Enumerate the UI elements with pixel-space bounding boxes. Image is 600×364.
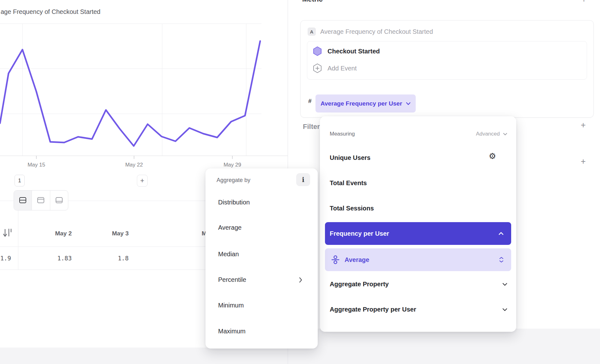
advanced-toggle[interactable]: Advanced bbox=[476, 131, 507, 137]
add-event-hexagon-icon bbox=[313, 63, 322, 73]
table-cell: 1.9 bbox=[0, 255, 11, 262]
numeric-metric-symbol: # bbox=[308, 98, 312, 105]
menu-item-total-events[interactable]: Total Events bbox=[330, 179, 367, 187]
menu-item-frequency-per-user-selected[interactable]: Frequency per User bbox=[325, 222, 511, 245]
menu-item-aggregate-property[interactable]: Aggregate Property bbox=[330, 281, 389, 288]
table-only-view-icon bbox=[55, 196, 63, 204]
insights-report-page: age Frequency of Checkout Started May 15… bbox=[0, 0, 600, 364]
aggregate-menu-header: Aggregate by bbox=[217, 177, 250, 184]
menu-item-maximum[interactable]: Maximum bbox=[218, 328, 246, 335]
event-hexagon-icon bbox=[313, 46, 322, 56]
advanced-label: Advanced bbox=[476, 131, 500, 137]
split-view-toggle[interactable] bbox=[14, 191, 32, 210]
x-axis-label: May 15 bbox=[22, 162, 51, 168]
x-axis-label: May 29 bbox=[218, 162, 247, 168]
add-breakdown-button[interactable]: + bbox=[579, 157, 588, 167]
menu-item-aggregate-property-per-user[interactable]: Aggregate Property per User bbox=[330, 306, 416, 313]
menu-item-distribution[interactable]: Distribution bbox=[218, 199, 250, 206]
chart-only-view-icon bbox=[37, 196, 45, 204]
table-header-cell[interactable]: May 2 bbox=[31, 230, 72, 237]
chevron-right-icon bbox=[299, 277, 303, 283]
menu-item-minimum[interactable]: Minimum bbox=[218, 302, 244, 309]
chevron-down-icon bbox=[503, 133, 507, 136]
chevron-up-icon bbox=[499, 232, 504, 235]
event-box: Checkout Started Add Event bbox=[307, 41, 587, 80]
aggregate-by-dropdown-menu: Aggregate by i Distribution Average Medi… bbox=[205, 168, 318, 349]
up-down-arrows-icon bbox=[499, 257, 504, 263]
metric-title[interactable]: Average Frequency of Checkout Started bbox=[320, 28, 433, 35]
info-icon[interactable]: i bbox=[296, 173, 310, 186]
split-view-icon bbox=[19, 196, 27, 204]
table-cell: 1.83 bbox=[31, 255, 72, 262]
menu-item-total-sessions[interactable]: Total Sessions bbox=[330, 205, 374, 212]
divide-icon bbox=[331, 254, 340, 265]
menu-item-median[interactable]: Median bbox=[218, 251, 239, 258]
view-toggle-group bbox=[14, 190, 68, 210]
menu-item-average[interactable]: Average bbox=[218, 224, 242, 231]
chevron-down-icon[interactable] bbox=[502, 283, 507, 286]
add-metric-button-clipped[interactable]: + bbox=[580, 0, 588, 2]
measuring-menu-header: Measuring bbox=[330, 131, 355, 137]
x-axis-label: May 22 bbox=[120, 162, 148, 168]
menu-item-percentile[interactable]: Percentile bbox=[218, 276, 246, 283]
metric-letter-badge: A bbox=[308, 27, 316, 36]
table-only-view-toggle[interactable] bbox=[50, 191, 68, 210]
series-number-badge[interactable]: 1 bbox=[15, 175, 25, 186]
menu-item-unique-users[interactable]: Unique Users bbox=[330, 154, 370, 161]
metric-card: A Average Frequency of Checkout Started … bbox=[300, 20, 594, 118]
table-cell: 1.8 bbox=[88, 255, 129, 262]
sort-descending-icon[interactable] bbox=[3, 228, 13, 239]
table-column-border bbox=[18, 201, 18, 270]
menu-item-average-sub-option[interactable]: Average bbox=[325, 248, 511, 271]
table-header-cell[interactable]: May 3 bbox=[88, 230, 129, 237]
measuring-dropdown-menu: Measuring Advanced Unique Users ⚙ Total … bbox=[320, 116, 516, 332]
event-row[interactable]: Checkout Started bbox=[313, 46, 380, 57]
add-event-button[interactable]: Add Event bbox=[313, 63, 357, 74]
measurement-label: Average Frequency per User bbox=[321, 100, 402, 107]
metrics-section-heading-clipped: Metric bbox=[302, 0, 346, 3]
event-name: Checkout Started bbox=[328, 48, 380, 55]
add-event-label: Add Event bbox=[328, 65, 357, 72]
chevron-down-icon[interactable] bbox=[502, 308, 507, 311]
chart-only-view-toggle[interactable] bbox=[32, 191, 50, 210]
chevron-down-icon bbox=[406, 102, 411, 105]
add-button[interactable]: + bbox=[137, 175, 148, 187]
line-chart bbox=[0, 0, 288, 177]
chart-title: age Frequency of Checkout Started bbox=[1, 8, 101, 15]
gear-icon[interactable]: ⚙ bbox=[489, 152, 496, 160]
measurement-dropdown-trigger[interactable]: Average Frequency per User bbox=[315, 94, 416, 112]
add-filter-button[interactable]: + bbox=[579, 120, 588, 130]
